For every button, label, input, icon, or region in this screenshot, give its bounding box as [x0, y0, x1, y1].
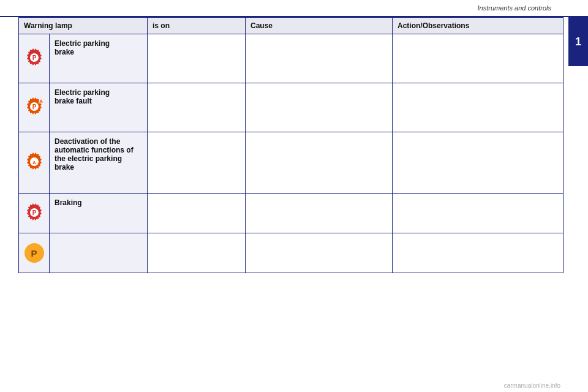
col-action: Action/Observations — [393, 18, 564, 34]
icon-cell: P ! — [19, 83, 50, 132]
row-label: Electric parkingbrake fault — [50, 83, 148, 132]
yellow-parking-icon: P — [24, 243, 44, 263]
bottom-watermark: carmanualonline.info — [504, 382, 560, 389]
svg-text:P: P — [32, 55, 36, 61]
icon-cell: P — [19, 34, 50, 83]
chapter-tab: 1 — [568, 17, 588, 66]
row-label: Electric parkingbrake — [50, 34, 148, 83]
deactivation-icon-wrapper: A — [24, 151, 45, 174]
row-ison — [148, 34, 246, 83]
row-action — [393, 233, 564, 273]
svg-text:!: ! — [40, 100, 42, 104]
col-warning-lamp: Warning lamp — [19, 18, 148, 34]
table-row: A Deactivation of the automatic function… — [19, 132, 564, 194]
svg-text:A: A — [32, 160, 36, 165]
parking-brake-icon: P — [24, 47, 45, 68]
table-row: P ! Electric parkingbrake fault — [19, 83, 564, 132]
deactivation-icon: A — [24, 151, 45, 172]
row-cause — [246, 34, 393, 83]
braking-icon-wrapper: P — [24, 202, 45, 225]
parking-brake-fault-icon: P ! — [24, 96, 45, 117]
row-action — [393, 194, 564, 233]
row-action — [393, 132, 564, 194]
col-is-on: is on — [148, 18, 246, 34]
chapter-number: 1 — [575, 36, 581, 48]
svg-text:P: P — [32, 209, 36, 216]
icon-cell: A — [19, 132, 50, 194]
row-ison — [148, 83, 246, 132]
row-ison — [148, 132, 246, 194]
row-cause — [246, 194, 393, 233]
row-cause — [246, 132, 393, 194]
row-action — [393, 34, 564, 83]
row-label: Braking — [50, 194, 148, 233]
parking-brake-fault-icon-wrapper: P ! — [24, 96, 45, 119]
row-label: Deactivation of the automatic functions … — [50, 132, 148, 194]
row-action — [393, 83, 564, 132]
main-content: Warning lamp is on Cause Action/Observat… — [18, 17, 564, 374]
page-title: Instruments and controls — [478, 4, 551, 12]
row-ison — [148, 233, 246, 273]
row-cause — [246, 233, 393, 273]
top-bar: Instruments and controls — [0, 0, 588, 17]
table-row: P Electric parkingbrake — [19, 34, 564, 83]
warning-lamp-table: Warning lamp is on Cause Action/Observat… — [18, 17, 564, 273]
table-row: P — [19, 233, 564, 273]
braking-icon: P — [24, 202, 45, 223]
row-cause — [246, 83, 393, 132]
row-ison — [148, 194, 246, 233]
table-header-row: Warning lamp is on Cause Action/Observat… — [19, 18, 564, 34]
row-label — [50, 233, 148, 273]
icon-cell: P — [19, 233, 50, 273]
icon-cell: P — [19, 194, 50, 233]
table-row: P Braking — [19, 194, 564, 233]
col-cause: Cause — [246, 18, 393, 34]
parking-brake-icon-wrapper: P — [24, 47, 45, 70]
svg-text:P: P — [32, 104, 36, 110]
